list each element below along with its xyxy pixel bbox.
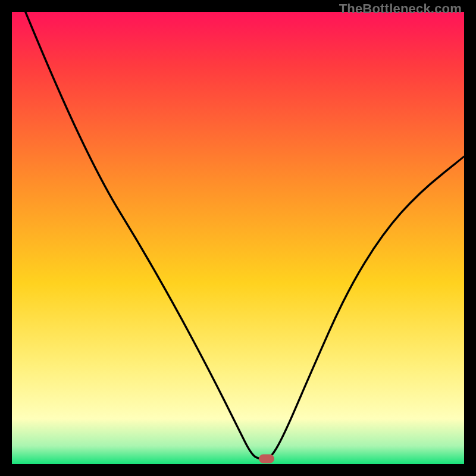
optimum-marker bbox=[259, 454, 274, 463]
bottleneck-curve bbox=[12, 12, 464, 464]
curve-path bbox=[26, 12, 464, 459]
watermark-text: TheBottleneck.com bbox=[339, 1, 462, 17]
chart-stage: TheBottleneck.com bbox=[0, 0, 476, 476]
plot-area bbox=[12, 12, 464, 464]
